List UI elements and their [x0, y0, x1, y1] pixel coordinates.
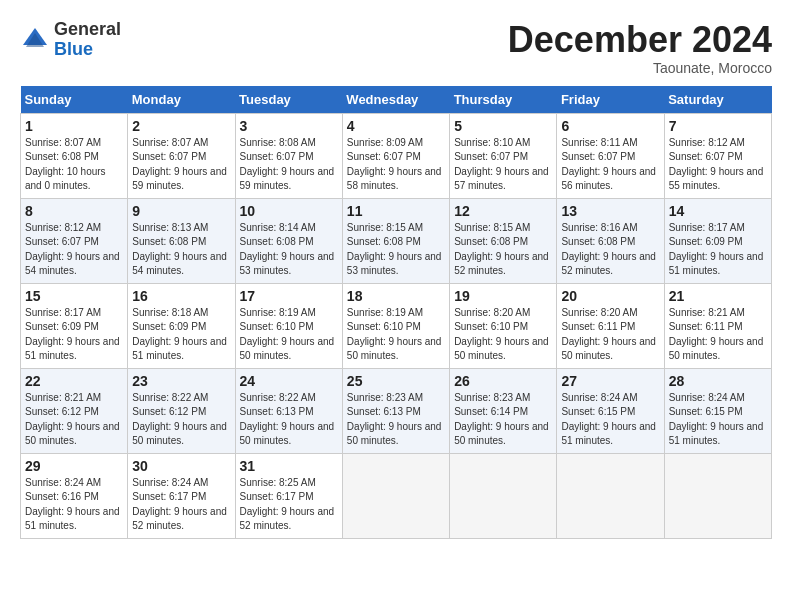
day-number: 26 [454, 373, 552, 389]
table-row: 21Sunrise: 8:21 AM Sunset: 6:11 PM Dayli… [664, 283, 771, 368]
day-number: 3 [240, 118, 338, 134]
day-number: 10 [240, 203, 338, 219]
logo-text: General Blue [54, 20, 121, 60]
day-number: 16 [132, 288, 230, 304]
day-number: 31 [240, 458, 338, 474]
table-row: 22Sunrise: 8:21 AM Sunset: 6:12 PM Dayli… [21, 368, 128, 453]
month-title: December 2024 [508, 20, 772, 60]
table-row: 1Sunrise: 8:07 AM Sunset: 6:08 PM Daylig… [21, 113, 128, 198]
day-info: Sunrise: 8:17 AM Sunset: 6:09 PM Dayligh… [25, 306, 123, 364]
table-row: 16Sunrise: 8:18 AM Sunset: 6:09 PM Dayli… [128, 283, 235, 368]
table-row [664, 453, 771, 538]
day-info: Sunrise: 8:23 AM Sunset: 6:13 PM Dayligh… [347, 391, 445, 449]
table-row [342, 453, 449, 538]
table-row: 14Sunrise: 8:17 AM Sunset: 6:09 PM Dayli… [664, 198, 771, 283]
day-info: Sunrise: 8:07 AM Sunset: 6:07 PM Dayligh… [132, 136, 230, 194]
table-row: 30Sunrise: 8:24 AM Sunset: 6:17 PM Dayli… [128, 453, 235, 538]
day-info: Sunrise: 8:24 AM Sunset: 6:17 PM Dayligh… [132, 476, 230, 534]
day-number: 5 [454, 118, 552, 134]
day-number: 20 [561, 288, 659, 304]
day-number: 25 [347, 373, 445, 389]
day-number: 29 [25, 458, 123, 474]
day-info: Sunrise: 8:16 AM Sunset: 6:08 PM Dayligh… [561, 221, 659, 279]
table-row: 18Sunrise: 8:19 AM Sunset: 6:10 PM Dayli… [342, 283, 449, 368]
day-info: Sunrise: 8:08 AM Sunset: 6:07 PM Dayligh… [240, 136, 338, 194]
table-row: 25Sunrise: 8:23 AM Sunset: 6:13 PM Dayli… [342, 368, 449, 453]
col-thursday: Thursday [450, 86, 557, 114]
table-row: 27Sunrise: 8:24 AM Sunset: 6:15 PM Dayli… [557, 368, 664, 453]
table-row: 9Sunrise: 8:13 AM Sunset: 6:08 PM Daylig… [128, 198, 235, 283]
table-row: 31Sunrise: 8:25 AM Sunset: 6:17 PM Dayli… [235, 453, 342, 538]
day-number: 21 [669, 288, 767, 304]
day-number: 6 [561, 118, 659, 134]
day-number: 11 [347, 203, 445, 219]
calendar-row: 22Sunrise: 8:21 AM Sunset: 6:12 PM Dayli… [21, 368, 772, 453]
day-info: Sunrise: 8:20 AM Sunset: 6:10 PM Dayligh… [454, 306, 552, 364]
day-info: Sunrise: 8:24 AM Sunset: 6:15 PM Dayligh… [669, 391, 767, 449]
title-block: December 2024 Taounate, Morocco [508, 20, 772, 76]
day-number: 17 [240, 288, 338, 304]
col-tuesday: Tuesday [235, 86, 342, 114]
day-info: Sunrise: 8:20 AM Sunset: 6:11 PM Dayligh… [561, 306, 659, 364]
col-sunday: Sunday [21, 86, 128, 114]
day-number: 13 [561, 203, 659, 219]
day-info: Sunrise: 8:25 AM Sunset: 6:17 PM Dayligh… [240, 476, 338, 534]
logo: General Blue [20, 20, 121, 60]
table-row: 17Sunrise: 8:19 AM Sunset: 6:10 PM Dayli… [235, 283, 342, 368]
header-row: Sunday Monday Tuesday Wednesday Thursday… [21, 86, 772, 114]
calendar-table: Sunday Monday Tuesday Wednesday Thursday… [20, 86, 772, 539]
table-row [450, 453, 557, 538]
day-number: 27 [561, 373, 659, 389]
table-row: 2Sunrise: 8:07 AM Sunset: 6:07 PM Daylig… [128, 113, 235, 198]
day-number: 30 [132, 458, 230, 474]
table-row: 3Sunrise: 8:08 AM Sunset: 6:07 PM Daylig… [235, 113, 342, 198]
calendar-row: 8Sunrise: 8:12 AM Sunset: 6:07 PM Daylig… [21, 198, 772, 283]
table-row: 23Sunrise: 8:22 AM Sunset: 6:12 PM Dayli… [128, 368, 235, 453]
day-number: 22 [25, 373, 123, 389]
table-row: 29Sunrise: 8:24 AM Sunset: 6:16 PM Dayli… [21, 453, 128, 538]
day-info: Sunrise: 8:19 AM Sunset: 6:10 PM Dayligh… [240, 306, 338, 364]
day-number: 4 [347, 118, 445, 134]
day-info: Sunrise: 8:22 AM Sunset: 6:13 PM Dayligh… [240, 391, 338, 449]
table-row: 5Sunrise: 8:10 AM Sunset: 6:07 PM Daylig… [450, 113, 557, 198]
col-wednesday: Wednesday [342, 86, 449, 114]
location: Taounate, Morocco [508, 60, 772, 76]
day-number: 23 [132, 373, 230, 389]
table-row: 15Sunrise: 8:17 AM Sunset: 6:09 PM Dayli… [21, 283, 128, 368]
day-info: Sunrise: 8:17 AM Sunset: 6:09 PM Dayligh… [669, 221, 767, 279]
day-info: Sunrise: 8:18 AM Sunset: 6:09 PM Dayligh… [132, 306, 230, 364]
table-row: 26Sunrise: 8:23 AM Sunset: 6:14 PM Dayli… [450, 368, 557, 453]
day-info: Sunrise: 8:24 AM Sunset: 6:15 PM Dayligh… [561, 391, 659, 449]
day-number: 15 [25, 288, 123, 304]
table-row: 8Sunrise: 8:12 AM Sunset: 6:07 PM Daylig… [21, 198, 128, 283]
day-info: Sunrise: 8:15 AM Sunset: 6:08 PM Dayligh… [454, 221, 552, 279]
col-saturday: Saturday [664, 86, 771, 114]
day-number: 18 [347, 288, 445, 304]
calendar-row: 1Sunrise: 8:07 AM Sunset: 6:08 PM Daylig… [21, 113, 772, 198]
day-info: Sunrise: 8:09 AM Sunset: 6:07 PM Dayligh… [347, 136, 445, 194]
col-monday: Monday [128, 86, 235, 114]
day-info: Sunrise: 8:23 AM Sunset: 6:14 PM Dayligh… [454, 391, 552, 449]
table-row: 7Sunrise: 8:12 AM Sunset: 6:07 PM Daylig… [664, 113, 771, 198]
day-info: Sunrise: 8:12 AM Sunset: 6:07 PM Dayligh… [669, 136, 767, 194]
day-info: Sunrise: 8:13 AM Sunset: 6:08 PM Dayligh… [132, 221, 230, 279]
col-friday: Friday [557, 86, 664, 114]
day-info: Sunrise: 8:14 AM Sunset: 6:08 PM Dayligh… [240, 221, 338, 279]
day-number: 1 [25, 118, 123, 134]
day-number: 7 [669, 118, 767, 134]
day-number: 9 [132, 203, 230, 219]
day-info: Sunrise: 8:24 AM Sunset: 6:16 PM Dayligh… [25, 476, 123, 534]
day-number: 24 [240, 373, 338, 389]
day-info: Sunrise: 8:21 AM Sunset: 6:11 PM Dayligh… [669, 306, 767, 364]
table-row: 10Sunrise: 8:14 AM Sunset: 6:08 PM Dayli… [235, 198, 342, 283]
table-row: 4Sunrise: 8:09 AM Sunset: 6:07 PM Daylig… [342, 113, 449, 198]
day-info: Sunrise: 8:22 AM Sunset: 6:12 PM Dayligh… [132, 391, 230, 449]
day-info: Sunrise: 8:11 AM Sunset: 6:07 PM Dayligh… [561, 136, 659, 194]
table-row: 28Sunrise: 8:24 AM Sunset: 6:15 PM Dayli… [664, 368, 771, 453]
calendar-row: 15Sunrise: 8:17 AM Sunset: 6:09 PM Dayli… [21, 283, 772, 368]
table-row [557, 453, 664, 538]
day-number: 28 [669, 373, 767, 389]
day-number: 19 [454, 288, 552, 304]
calendar-row: 29Sunrise: 8:24 AM Sunset: 6:16 PM Dayli… [21, 453, 772, 538]
day-number: 14 [669, 203, 767, 219]
